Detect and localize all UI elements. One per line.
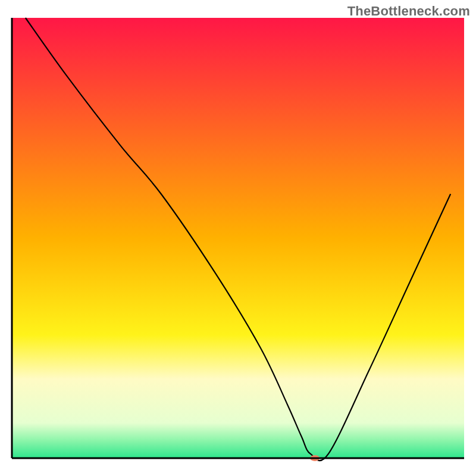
bottleneck-chart <box>0 0 476 476</box>
watermark-text: TheBottleneck.com <box>347 4 470 19</box>
chart-background <box>12 18 464 458</box>
plot-area <box>12 18 464 461</box>
chart-container: { "watermark": { "text": "TheBottleneck.… <box>0 0 476 476</box>
